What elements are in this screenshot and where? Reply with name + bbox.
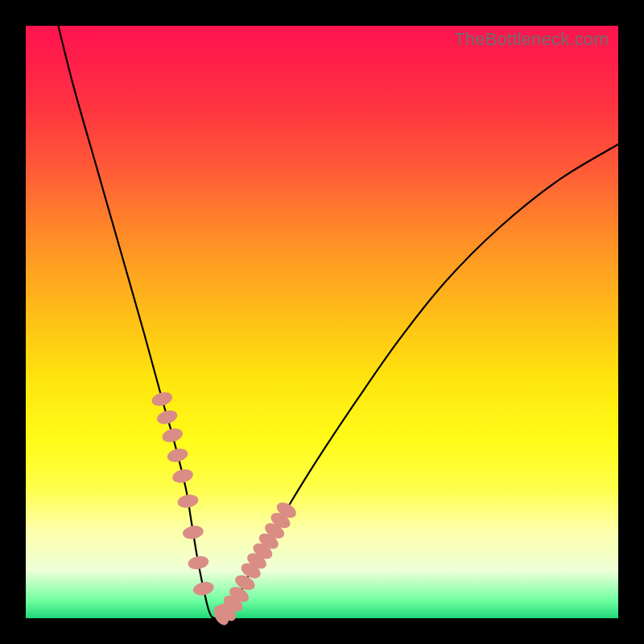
curve-marker (155, 408, 179, 427)
curve-marker (166, 447, 189, 464)
curve-marker (192, 580, 215, 597)
curve-marker (176, 493, 199, 509)
curve-marker (151, 390, 174, 407)
plot-area: TheBottleneck.com (26, 26, 618, 618)
curve-marker (171, 468, 194, 485)
bottleneck-curve (56, 14, 618, 618)
curve-marker (161, 427, 184, 444)
curve-marker (187, 555, 209, 571)
curve-layer (26, 26, 618, 618)
chart-frame: TheBottleneck.com (0, 0, 644, 644)
marker-cluster (151, 390, 299, 627)
curve-marker (182, 524, 204, 540)
